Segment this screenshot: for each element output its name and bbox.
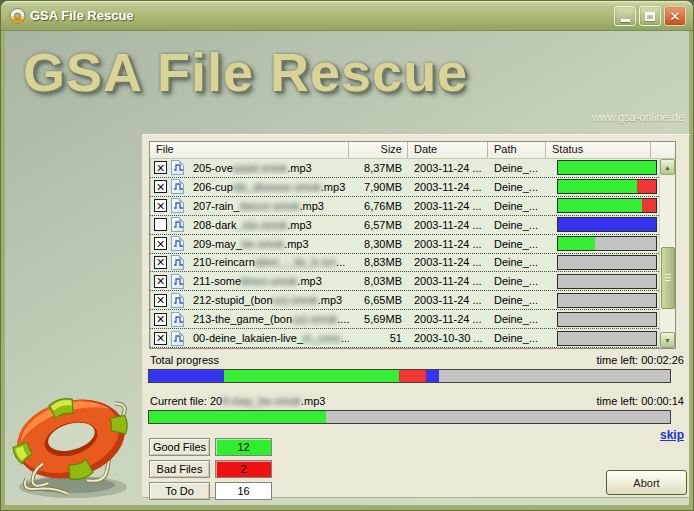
good-files-label[interactable]: Good Files — [149, 438, 210, 456]
file-checkbox[interactable]: ✕ — [154, 161, 167, 174]
skip-link[interactable]: skip — [660, 428, 684, 442]
file-checkbox[interactable]: ✕ — [154, 237, 167, 250]
file-checkbox[interactable]: ✕ — [154, 256, 167, 269]
app-window: GSA File Rescue ✕ GSA File Rescue www.gs… — [0, 0, 694, 511]
file-date: 2003-11-24 ... — [408, 313, 488, 325]
status-cell — [546, 274, 659, 289]
bad-files-label[interactable]: Bad Files — [149, 460, 210, 478]
file-name-prefix: 00-deine_lakaien-live_ — [193, 332, 303, 344]
file-checkbox[interactable] — [154, 218, 167, 231]
scroll-up-button[interactable]: ▲ — [660, 159, 675, 175]
file-checkbox[interactable]: ✕ — [154, 180, 167, 193]
header-filler — [651, 142, 675, 158]
total-progress-label: Total progress — [150, 354, 219, 366]
close-button[interactable]: ✕ — [664, 6, 686, 26]
current-time-left: time left: 00:00:14 — [597, 395, 684, 407]
column-header-status[interactable]: Status — [546, 142, 651, 158]
file-date: 2003-10-30 ... — [408, 332, 488, 344]
scroll-down-button[interactable]: ▼ — [660, 332, 675, 348]
minimize-button[interactable] — [614, 6, 636, 26]
file-date: 2003-11-24 ... — [408, 238, 488, 250]
column-header-file[interactable]: File — [150, 142, 349, 158]
file-size: 6,76MB — [349, 200, 408, 212]
progress-segment — [439, 370, 670, 382]
scrollbar[interactable]: ▲ ▼ — [659, 159, 675, 348]
table-row[interactable]: ✕210-reincarnation_-_its_b-sm...8,83MB20… — [150, 254, 659, 273]
file-date: 2003-11-24 ... — [408, 162, 488, 174]
table-row[interactable]: ✕209-may_be-smok.mp38,30MB2003-11-24 ...… — [150, 235, 659, 254]
file-name: 00-deine_lakaien-live_in_conc... — [193, 332, 349, 344]
file-path: Deine_... — [488, 332, 546, 344]
to-do-label[interactable]: To Do — [149, 482, 210, 500]
status-bar — [557, 179, 657, 194]
status-bar — [557, 293, 657, 308]
stats-panel: Good Files12Bad Files2To Do16 — [149, 438, 272, 504]
file-name: 210-reincarnation_-_its_b-sm... — [193, 256, 345, 268]
progress-segment — [558, 294, 656, 307]
table-row[interactable]: ✕00-deine_lakaien-live_in_conc...512003-… — [150, 329, 659, 348]
website-label: www.gsa-online.de — [592, 111, 684, 123]
file-path: Deine_... — [488, 313, 546, 325]
maximize-button[interactable] — [639, 6, 661, 26]
file-checkbox[interactable]: ✕ — [154, 332, 167, 345]
file-name-blurred: us)-smok — [292, 313, 337, 325]
status-cell — [546, 217, 659, 232]
total-time-left: time left: 00:02:26 — [597, 354, 684, 366]
column-header-date[interactable]: Date — [408, 142, 488, 158]
file-name-prefix: 213-the_game_(bon — [193, 313, 292, 325]
progress-segment — [558, 256, 656, 269]
file-name: 205-overpaid-smok.mp3 — [193, 162, 312, 174]
file-checkbox[interactable]: ✕ — [154, 199, 167, 212]
to-do-value: 16 — [215, 482, 272, 500]
status-bar — [557, 198, 657, 213]
file-checkbox[interactable]: ✕ — [154, 313, 167, 326]
status-bar — [557, 160, 657, 175]
table-row[interactable]: ✕207-rain_dance-smok.mp36,76MB2003-11-24… — [150, 197, 659, 216]
file-cell: 208-dark_sta-smok.mp3 — [150, 217, 349, 232]
file-cell: ✕210-reincarnation_-_its_b-sm... — [150, 255, 349, 270]
file-checkbox[interactable]: ✕ — [154, 294, 167, 307]
status-bar — [557, 255, 657, 270]
file-cell: ✕206-cupids_disease-smok.mp3 — [150, 179, 349, 194]
table-row[interactable]: ✕212-stupid_(bonus)-smok.mp36,65MB2003-1… — [150, 291, 659, 310]
status-cell — [546, 160, 659, 175]
table-row[interactable]: ✕213-the_game_(bonus)-smok....5,69MB2003… — [150, 310, 659, 329]
window-body: GSA File Rescue www.gsa-online.de — [5, 31, 689, 505]
bad-files-value: 2 — [215, 460, 272, 478]
audio-file-icon — [171, 255, 184, 270]
column-header-path[interactable]: Path — [488, 142, 546, 158]
table-row[interactable]: ✕211-sometimes-smok.mp38,03MB2003-11-24 … — [150, 272, 659, 291]
lifebuoy-icon — [7, 381, 141, 505]
file-path: Deine_... — [488, 275, 546, 287]
progress-segment — [558, 275, 656, 288]
titlebar[interactable]: GSA File Rescue ✕ — [1, 1, 693, 31]
scrollbar-track[interactable] — [660, 175, 675, 332]
file-size: 51 — [349, 332, 408, 344]
file-name-suffix: .... — [337, 313, 349, 325]
scrollbar-thumb[interactable] — [661, 247, 675, 309]
file-cell: ✕209-may_be-smok.mp3 — [150, 236, 349, 251]
file-name-prefix: 208-dark — [193, 219, 236, 231]
table-row[interactable]: 208-dark_sta-smok.mp36,57MB2003-11-24 ..… — [150, 216, 659, 235]
audio-file-icon — [171, 179, 184, 194]
table-row[interactable]: ✕206-cupids_disease-smok.mp37,90MB2003-1… — [150, 178, 659, 197]
column-header-size[interactable]: Size — [349, 142, 408, 158]
file-name-blurred: dance-smok — [239, 200, 299, 212]
progress-segment — [595, 237, 656, 250]
progress-segment — [558, 161, 656, 174]
status-cell — [546, 331, 659, 346]
file-size: 6,65MB — [349, 294, 408, 306]
scroll-down-icon: ▼ — [664, 337, 671, 344]
table-row[interactable]: ✕205-overpaid-smok.mp38,37MB2003-11-24 .… — [150, 159, 659, 178]
file-path: Deine_... — [488, 238, 546, 250]
file-name: 209-may_be-smok.mp3 — [193, 238, 309, 250]
file-size: 8,03MB — [349, 275, 408, 287]
abort-button[interactable]: Abort — [606, 470, 687, 495]
file-path: Deine_... — [488, 181, 546, 193]
status-cell — [546, 255, 659, 270]
main-panel: FileSizeDatePathStatus ✕205-overpaid-smo… — [142, 134, 690, 498]
file-name-suffix: .mp3 — [321, 181, 345, 193]
file-checkbox[interactable]: ✕ — [154, 275, 167, 288]
file-name-suffix: .mp3 — [287, 162, 311, 174]
close-icon: ✕ — [670, 9, 681, 24]
